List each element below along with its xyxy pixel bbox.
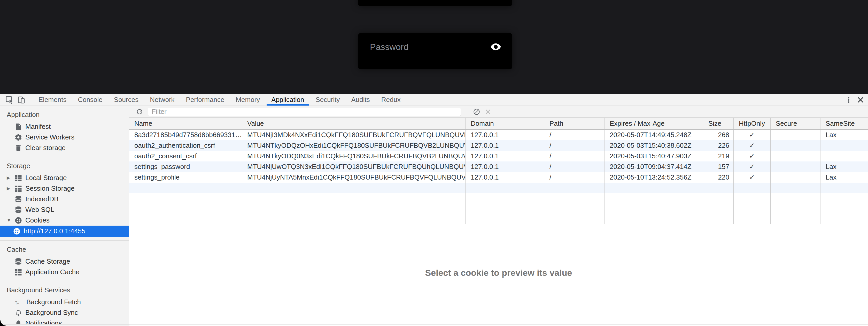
cookie-domain[interactable]: 127.0.0.1 xyxy=(466,161,544,172)
cookie-samesite[interactable]: Lax xyxy=(820,172,868,183)
cookie-expires[interactable]: 2020-05-10T09:04:37.414Z xyxy=(604,161,703,172)
cookie-secure[interactable] xyxy=(771,172,820,183)
sidebar-item-cache-storage[interactable]: Cache Storage xyxy=(0,256,129,267)
cookie-size[interactable]: 219 xyxy=(703,151,734,161)
cookie-path[interactable]: / xyxy=(544,130,604,140)
cookie-name[interactable]: settings_profile xyxy=(129,172,242,183)
cookie-value[interactable]: MTU4NTkyODQzOHxEdi1CQkFFQ180SUFBUkFCRUFB… xyxy=(242,140,466,151)
password-input[interactable] xyxy=(369,42,490,52)
cookie-name[interactable]: 8a3d27185b49d7758d8bb669331… xyxy=(129,130,242,140)
delete-selected-button[interactable] xyxy=(482,106,494,117)
refresh-button[interactable] xyxy=(134,106,145,117)
cookie-table-row[interactable]: settings_password MTU4NjUwOTQ3N3xEdi1CQk… xyxy=(129,161,868,172)
tab-elements[interactable]: Elements xyxy=(33,94,72,106)
column-header-size[interactable]: Size xyxy=(703,118,734,129)
tab-security[interactable]: Security xyxy=(310,94,346,106)
tab-redux[interactable]: Redux xyxy=(376,94,406,106)
cookie-httponly-check[interactable]: ✓ xyxy=(734,172,771,183)
cookie-domain[interactable]: 127.0.0.1 xyxy=(466,151,544,161)
sidebar-item-session-storage[interactable]: ▶ Session Storage xyxy=(0,183,129,194)
column-header-value[interactable]: Value xyxy=(242,118,466,129)
column-header-path[interactable]: Path xyxy=(544,118,604,129)
cookie-path[interactable]: / xyxy=(544,140,604,151)
cookie-table-row[interactable]: oauth2_consent_csrf MTU4NTkyODQ0N3xEdi1C… xyxy=(129,151,868,161)
cookie-size[interactable]: 157 xyxy=(703,161,734,172)
sidebar-item-local-storage[interactable]: ▶ Local Storage xyxy=(0,172,129,183)
cookie-secure[interactable] xyxy=(771,140,820,151)
cookie-name[interactable]: oauth2_consent_csrf xyxy=(129,151,242,161)
cookie-domain[interactable]: 127.0.0.1 xyxy=(466,130,544,140)
column-header-name[interactable]: Name xyxy=(129,118,242,129)
column-header-samesite[interactable]: SameSite xyxy=(820,118,868,129)
cookie-table-row[interactable]: settings_profile MTU4NjUyNTA5MnxEdi1CQkF… xyxy=(129,172,868,183)
sidebar-item-notifications[interactable]: Notifications xyxy=(0,318,129,324)
cookie-secure[interactable] xyxy=(771,161,820,172)
devtools-menu-button[interactable] xyxy=(843,94,855,106)
cookie-expires[interactable]: 2020-05-07T14:49:45.248Z xyxy=(604,130,703,140)
cookie-httponly-check[interactable]: ✓ xyxy=(734,151,771,161)
inspect-element-button[interactable] xyxy=(4,94,16,106)
cookie-path[interactable]: / xyxy=(544,172,604,183)
sidebar-item-cookies[interactable]: ▼ Cookies xyxy=(0,215,129,226)
column-header-secure[interactable]: Secure xyxy=(771,118,820,129)
cookie-expires[interactable]: 2020-05-03T15:40:38.602Z xyxy=(604,140,703,151)
cookie-value[interactable]: MTU4NjI3MDk4NXxEdi1CQkFFQ180SUFBUkFCRUFB… xyxy=(242,130,466,140)
column-header-domain[interactable]: Domain xyxy=(466,118,544,129)
sidebar-item-manifest[interactable]: Manifest xyxy=(0,121,129,132)
clear-all-cookies-button[interactable] xyxy=(471,106,482,117)
cookie-samesite[interactable] xyxy=(820,151,868,161)
sidebar-item-service-workers[interactable]: Service Workers xyxy=(0,132,129,142)
tab-audits[interactable]: Audits xyxy=(345,94,375,106)
cookie-httponly-check[interactable]: ✓ xyxy=(734,130,771,140)
cookie-name[interactable]: settings_password xyxy=(129,161,242,172)
sidebar-item-indexeddb[interactable]: IndexedDB xyxy=(0,194,129,205)
cookie-path[interactable]: / xyxy=(544,161,604,172)
chevron-down-icon[interactable]: ▼ xyxy=(7,218,14,223)
section-title: Background Services xyxy=(0,285,129,295)
cookie-secure[interactable] xyxy=(771,151,820,161)
cookie-expires[interactable]: 2020-05-03T15:40:47.903Z xyxy=(604,151,703,161)
sidebar-item-label: Application Cache xyxy=(25,268,80,276)
cookie-httponly-check[interactable]: ✓ xyxy=(734,140,771,151)
tab-performance[interactable]: Performance xyxy=(180,94,230,106)
tab-network[interactable]: Network xyxy=(144,94,180,106)
sidebar-item-application-cache[interactable]: Application Cache xyxy=(0,267,129,277)
tab-memory[interactable]: Memory xyxy=(230,94,266,106)
device-toolbar-button[interactable] xyxy=(16,94,27,106)
cookie-value[interactable]: MTU4NTkyODQ0N3xEdi1CQkFFQ180SUFBUkFCRUFB… xyxy=(242,151,466,161)
cookie-samesite[interactable]: Lax xyxy=(820,130,868,140)
cookie-domain[interactable]: 127.0.0.1 xyxy=(466,172,544,183)
cookie-table-row[interactable]: oauth2_authentication_csrf MTU4NTkyODQzO… xyxy=(129,140,868,151)
tab-application[interactable]: Application xyxy=(266,94,310,106)
eye-icon[interactable] xyxy=(490,43,501,51)
sidebar-item-web-sql[interactable]: Web SQL xyxy=(0,205,129,215)
chevron-right-icon[interactable]: ▶ xyxy=(7,186,14,191)
sidebar-item-background-sync[interactable]: Background Sync xyxy=(0,307,129,318)
column-header-expires[interactable]: Expires / Max-Age xyxy=(604,118,703,129)
cookie-size[interactable]: 226 xyxy=(703,140,734,151)
tab-console[interactable]: Console xyxy=(72,94,108,106)
cookie-expires[interactable]: 2020-05-10T13:24:52.356Z xyxy=(604,172,703,183)
cookie-value[interactable]: MTU4NjUyNTA5MnxEdi1CQkFFQ180SUFBUkFCRUFB… xyxy=(242,172,466,183)
column-header-httponly[interactable]: HttpOnly xyxy=(734,118,771,129)
sidebar-item-cookies-origin[interactable]: http://127.0.0.1:4455 xyxy=(0,226,129,237)
cookie-value[interactable]: MTU4NjUwOTQ3N3xEdi1CQkFFQ180SUFBUkFCRUFB… xyxy=(242,161,466,172)
cookie-secure[interactable] xyxy=(771,130,820,140)
sidebar-item-clear-storage[interactable]: Clear storage xyxy=(0,142,129,153)
chevron-right-icon[interactable]: ▶ xyxy=(7,175,14,181)
devtools-close-button[interactable] xyxy=(855,94,866,106)
cookie-samesite[interactable] xyxy=(820,140,868,151)
cookie-size[interactable]: 220 xyxy=(703,172,734,183)
cookie-httponly-check[interactable]: ✓ xyxy=(734,161,771,172)
cookie-name[interactable]: oauth2_authentication_csrf xyxy=(129,140,242,151)
toolbar-divider xyxy=(840,96,840,104)
tab-sources[interactable]: Sources xyxy=(108,94,144,106)
sidebar-item-background-fetch[interactable]: ↑↓ Background Fetch xyxy=(0,297,129,307)
cookie-table-row[interactable]: 8a3d27185b49d7758d8bb669331… MTU4NjI3MDk… xyxy=(129,130,868,140)
cookie-domain[interactable]: 127.0.0.1 xyxy=(466,140,544,151)
cookie-path[interactable]: / xyxy=(544,151,604,161)
cookie-size[interactable]: 268 xyxy=(703,130,734,140)
clipped-input-top[interactable] xyxy=(358,0,512,6)
cookie-filter-input[interactable] xyxy=(148,108,461,116)
cookie-samesite[interactable]: Lax xyxy=(820,161,868,172)
